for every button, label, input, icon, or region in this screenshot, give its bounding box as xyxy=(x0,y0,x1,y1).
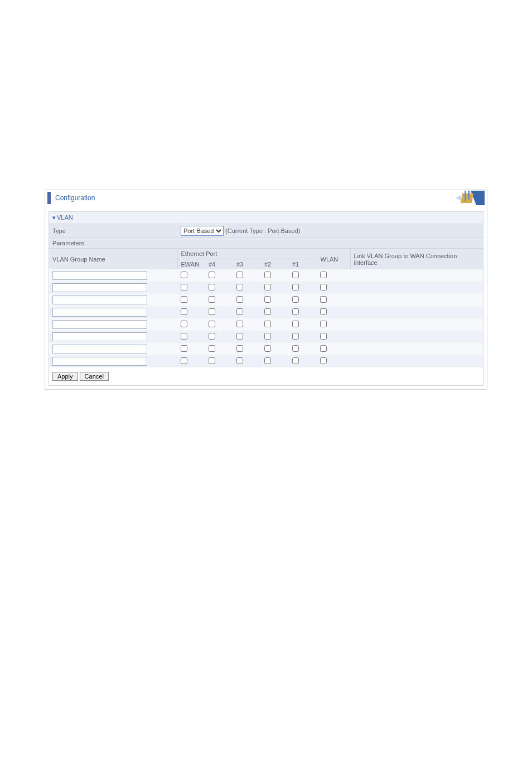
col-port-ewan: EWAN xyxy=(177,259,205,270)
wlan-checkbox[interactable] xyxy=(320,296,327,303)
port-checkbox[interactable] xyxy=(236,284,243,290)
link-cell xyxy=(350,343,483,355)
parameters-label: Parameters xyxy=(49,238,483,249)
link-cell xyxy=(350,306,483,318)
vlan-group-name-input[interactable] xyxy=(52,357,147,366)
svg-marker-4 xyxy=(456,195,461,201)
port-checkbox[interactable] xyxy=(236,321,243,327)
type-label: Type xyxy=(49,224,177,238)
wlan-checkbox[interactable] xyxy=(320,308,327,315)
port-checkbox[interactable] xyxy=(264,321,271,327)
port-checkbox[interactable] xyxy=(209,333,215,340)
port-checkbox[interactable] xyxy=(264,308,271,315)
type-select[interactable]: Port Based xyxy=(181,226,224,236)
port-checkbox[interactable] xyxy=(181,321,187,327)
port-checkbox[interactable] xyxy=(264,357,271,364)
port-checkbox[interactable] xyxy=(264,345,271,352)
link-cell xyxy=(350,269,483,282)
link-cell xyxy=(350,294,483,306)
port-checkbox[interactable] xyxy=(292,357,299,364)
table-row xyxy=(49,294,483,306)
vlan-panel: ▾VLAN Type Port Based (Current Type : Po… xyxy=(49,211,483,386)
wlan-checkbox[interactable] xyxy=(320,321,327,327)
table-row xyxy=(49,306,483,318)
vlan-table: Type Port Based (Current Type : Port Bas… xyxy=(49,224,483,367)
wlan-checkbox[interactable] xyxy=(320,272,327,278)
vlan-group-name-input[interactable] xyxy=(52,308,147,317)
port-checkbox[interactable] xyxy=(292,284,299,290)
vlan-group-name-input[interactable] xyxy=(52,345,147,353)
panel-header: Configuration xyxy=(45,190,487,206)
buttons-row: Apply Cancel xyxy=(49,367,483,385)
port-checkbox[interactable] xyxy=(264,272,271,278)
port-checkbox[interactable] xyxy=(209,321,215,327)
port-checkbox[interactable] xyxy=(181,345,187,352)
col-wlan: WLAN xyxy=(317,249,350,270)
port-checkbox[interactable] xyxy=(292,345,299,352)
vlan-group-name-input[interactable] xyxy=(52,320,147,329)
wlan-checkbox[interactable] xyxy=(320,284,327,290)
port-checkbox[interactable] xyxy=(264,284,271,290)
link-cell xyxy=(350,355,483,367)
port-checkbox[interactable] xyxy=(236,308,243,315)
port-checkbox[interactable] xyxy=(264,333,271,340)
port-checkbox[interactable] xyxy=(209,357,215,364)
port-checkbox[interactable] xyxy=(181,357,187,364)
port-checkbox[interactable] xyxy=(181,308,187,315)
svg-marker-1 xyxy=(461,193,473,203)
vlan-group-name-input[interactable] xyxy=(52,283,147,292)
vlan-group-name-input[interactable] xyxy=(52,332,147,341)
port-checkbox[interactable] xyxy=(292,296,299,303)
port-checkbox[interactable] xyxy=(181,333,187,340)
table-row xyxy=(49,282,483,294)
header-accent-bar xyxy=(47,192,51,204)
port-checkbox[interactable] xyxy=(236,357,243,364)
current-type-text: (Current Type : Port Based) xyxy=(225,227,300,234)
section-title-text: VLAN xyxy=(57,214,73,221)
col-port-4: #4 xyxy=(205,259,233,270)
port-checkbox[interactable] xyxy=(181,296,187,303)
svg-marker-0 xyxy=(471,191,485,205)
section-title[interactable]: ▾VLAN xyxy=(49,212,483,224)
table-row xyxy=(49,343,483,355)
svg-rect-3 xyxy=(468,191,470,200)
col-group-name: VLAN Group Name xyxy=(49,249,177,270)
port-checkbox[interactable] xyxy=(209,272,215,278)
port-checkbox[interactable] xyxy=(236,296,243,303)
col-link: Link VLAN Group to WAN Connection interf… xyxy=(350,249,483,270)
col-port-1: #1 xyxy=(289,259,317,270)
port-checkbox[interactable] xyxy=(181,272,187,278)
link-cell xyxy=(350,282,483,294)
decorative-header-icon xyxy=(440,191,485,205)
port-checkbox[interactable] xyxy=(181,284,187,290)
port-checkbox[interactable] xyxy=(236,333,243,340)
port-checkbox[interactable] xyxy=(292,333,299,340)
table-row xyxy=(49,331,483,343)
port-checkbox[interactable] xyxy=(236,272,243,278)
table-row xyxy=(49,318,483,331)
port-checkbox[interactable] xyxy=(209,345,215,352)
port-checkbox[interactable] xyxy=(264,296,271,303)
port-checkbox[interactable] xyxy=(236,345,243,352)
wlan-checkbox[interactable] xyxy=(320,345,327,352)
port-checkbox[interactable] xyxy=(209,284,215,290)
port-checkbox[interactable] xyxy=(209,308,215,315)
port-checkbox[interactable] xyxy=(292,321,299,327)
port-checkbox[interactable] xyxy=(292,308,299,315)
vlan-group-name-input[interactable] xyxy=(52,271,147,280)
col-ethernet-port: Ethernet Port xyxy=(177,249,317,259)
vlan-group-name-input[interactable] xyxy=(52,296,147,304)
table-row xyxy=(49,355,483,367)
wlan-checkbox[interactable] xyxy=(320,333,327,340)
port-checkbox[interactable] xyxy=(209,296,215,303)
table-row xyxy=(49,269,483,282)
wlan-checkbox[interactable] xyxy=(320,357,327,364)
col-port-3: #3 xyxy=(233,259,261,270)
port-checkbox[interactable] xyxy=(292,272,299,278)
link-cell xyxy=(350,318,483,331)
page-title: Configuration xyxy=(55,194,95,202)
cancel-button[interactable]: Cancel xyxy=(80,372,109,381)
apply-button[interactable]: Apply xyxy=(52,372,78,381)
svg-rect-2 xyxy=(465,191,466,201)
config-panel: Configuration ▾VLAN Type xyxy=(45,190,487,390)
